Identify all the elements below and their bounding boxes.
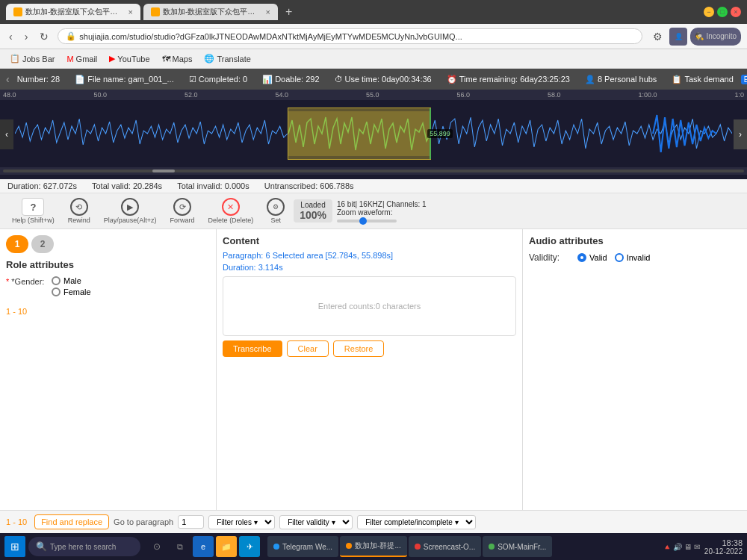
filter-validity-select[interactable]: Filter validity ▾: [279, 515, 353, 529]
input-placeholder: Entered counts:0 characters: [318, 302, 421, 311]
main-panels: 1 2 Role attributes * *Gender: Male: [0, 229, 747, 510]
minimize-button[interactable]: −: [704, 7, 714, 17]
extensions-icon[interactable]: ⚙: [648, 28, 666, 46]
find-replace-button[interactable]: Find and replace: [34, 514, 109, 529]
gender-field: * *Gender: Male Female: [6, 276, 210, 296]
loaded-label: Loaded: [300, 201, 326, 209]
maximize-button[interactable]: □: [717, 7, 728, 17]
language-badge[interactable]: EN: [741, 75, 747, 84]
zoom-slider-thumb[interactable]: [359, 217, 367, 225]
invalid-option[interactable]: Invalid: [615, 253, 651, 262]
transcribe-button[interactable]: Transcribe: [223, 340, 282, 357]
filter-complete-select[interactable]: Filter complete/incomplete ▾: [357, 515, 476, 529]
set-button[interactable]: ⚙ Set: [262, 196, 289, 225]
taskbar-item-shujiajia[interactable]: 数加加-群提...: [340, 536, 407, 557]
delete-icon: ✕: [222, 198, 240, 216]
bottom-bar: 1 - 10 Find and replace Go to paragraph …: [0, 510, 747, 533]
clear-button[interactable]: Clear: [287, 340, 329, 357]
clock[interactable]: 18:38 20-12-2022: [704, 538, 743, 556]
app-toolbar: ‹ Number: 28 📄 File name: gam_001_... ☑ …: [0, 69, 747, 90]
delete-button[interactable]: ✕ Delete (Delete): [204, 196, 258, 225]
waveform-scrollbar[interactable]: [0, 167, 747, 175]
tab-2[interactable]: 数加加-数据室版下众包平台：※ ×: [143, 4, 278, 20]
zoom-area: 16 bit| 16KHZ| Channels: 1 Zoom waveform…: [337, 200, 427, 223]
total-valid-stat: Total valid: 20.284s: [92, 181, 162, 190]
text-input-area[interactable]: Entered counts:0 characters: [223, 276, 516, 336]
bookmark-youtube[interactable]: ▶ YouTube: [105, 52, 153, 65]
browser-toolbar-icons: ⚙ 👤 🕵 Incognito: [648, 28, 741, 46]
restore-button[interactable]: Restore: [333, 340, 385, 357]
time-remaining: ⏰ Time remaining: 6day23:25:23: [447, 75, 570, 84]
use-time: ⏱ Use time: 0day00:34:36: [335, 75, 432, 84]
task-demand[interactable]: 📋 Task demand: [672, 75, 733, 84]
doable: 📊 Doable: 292: [262, 75, 319, 84]
reload-button[interactable]: ↻: [37, 29, 52, 44]
bookmark-maps[interactable]: 🗺 Maps: [158, 53, 196, 65]
taskbar-app-taskview[interactable]: ⧉: [170, 536, 190, 557]
gender-female-option[interactable]: Female: [52, 287, 91, 296]
valid-option[interactable]: Valid: [577, 253, 607, 262]
close-window-button[interactable]: ×: [731, 7, 741, 17]
taskbar-app-telegram[interactable]: ✈: [239, 536, 260, 557]
valid-radio[interactable]: [577, 253, 586, 262]
taskbar-app-cortana[interactable]: ⊙: [146, 536, 167, 557]
goto-label: Go to paragraph: [114, 517, 173, 526]
tab-label-2: 数加加-数据室版下众包平台：※: [163, 7, 260, 17]
completed: ☑ Completed: 0: [189, 75, 247, 84]
prev-task-button[interactable]: ‹: [6, 73, 10, 85]
audio-info: 16 bit| 16KHZ| Channels: 1: [337, 200, 427, 208]
delete-label: Delete (Delete): [208, 217, 254, 224]
forward-button[interactable]: ⟳ Forward: [166, 196, 199, 225]
back-button[interactable]: ‹: [6, 29, 16, 44]
taskbar-search-placeholder: Type here to search: [50, 543, 116, 551]
wave-selected-area[interactable]: 55.899: [288, 108, 431, 160]
search-icon: 🔍: [36, 541, 47, 552]
rewind-button[interactable]: ⟲ Rewind: [63, 196, 95, 225]
new-tab-button[interactable]: +: [281, 5, 297, 19]
address-bar: ‹ › ↻ 🔒 shujiajia.com/studio/studio?dGFz…: [0, 24, 747, 49]
wave-left: [15, 108, 288, 160]
taskbar-right: 🔺 🔊 🖥 ✉ 18:38 20-12-2022: [663, 538, 743, 556]
gender-female-radio[interactable]: [52, 287, 61, 296]
taskbar-app-explorer[interactable]: 📁: [216, 536, 237, 557]
personal-hubs[interactable]: 👤 8 Personal hubs: [585, 75, 657, 84]
controls-bar: ? Help (Shift+w) ⟲ Rewind ▶ Play/pause(A…: [0, 193, 747, 229]
role-tab-1[interactable]: 1: [6, 235, 28, 253]
goto-paragraph-input[interactable]: [178, 515, 204, 529]
waveform-canvas[interactable]: 55.899: [0, 100, 747, 167]
role-tab-2[interactable]: 2: [31, 235, 54, 253]
zoom-slider[interactable]: [337, 220, 397, 223]
help-button[interactable]: ? Help (Shift+w): [7, 196, 59, 225]
scrollbar-thumb[interactable]: [152, 169, 175, 172]
cortana-icon: ⊙: [153, 541, 161, 552]
tab-close-2[interactable]: ×: [266, 7, 270, 16]
taskbar-search[interactable]: 🔍 Type here to search: [28, 537, 140, 556]
taskbar-item-som[interactable]: SOM-MainFr...: [483, 536, 552, 557]
gender-male-radio[interactable]: [52, 276, 61, 285]
invalid-radio[interactable]: [615, 253, 624, 262]
waveform-nav-right[interactable]: ›: [734, 119, 747, 149]
bookmark-gmail[interactable]: M Gmail: [63, 53, 101, 65]
url-bar[interactable]: 🔒 shujiajia.com/studio/studio?dGFza0lkJT…: [58, 28, 642, 44]
taskbar-item-telegram[interactable]: Telegram We...: [267, 536, 338, 557]
forward-button[interactable]: ›: [22, 29, 31, 44]
profile-icon[interactable]: 👤: [669, 28, 687, 46]
play-pause-button[interactable]: ▶ Play/pause(Alt+z): [99, 196, 161, 225]
filter-roles-select[interactable]: Filter roles ▾: [208, 515, 275, 529]
start-button[interactable]: ⊞: [4, 536, 25, 557]
bookmark-translate[interactable]: 🌐 Translate: [200, 52, 254, 65]
tab-1[interactable]: 数加加-数据室版下众包平台：※ ×: [6, 4, 140, 20]
gender-label: * *Gender:: [6, 276, 47, 286]
bookmark-jobs-bar[interactable]: 📋 Jobs Bar: [6, 52, 58, 65]
wave-right: [431, 108, 732, 160]
telegram-dot: [273, 544, 279, 550]
taskbar-app-edge[interactable]: e: [193, 536, 214, 557]
taskbar-apps: ⊙ ⧉ e 📁 ✈: [146, 536, 260, 557]
taskbar-item-screencast[interactable]: Screencast-O...: [409, 536, 481, 557]
duration-info: Duration: 3.114s: [223, 263, 516, 272]
page-range: 1 - 10: [6, 517, 27, 526]
waveform-nav-left[interactable]: ‹: [0, 119, 13, 149]
gender-male-option[interactable]: Male: [52, 276, 91, 285]
tab-close-1[interactable]: ×: [128, 7, 133, 16]
clock-time: 18:38: [704, 538, 743, 547]
